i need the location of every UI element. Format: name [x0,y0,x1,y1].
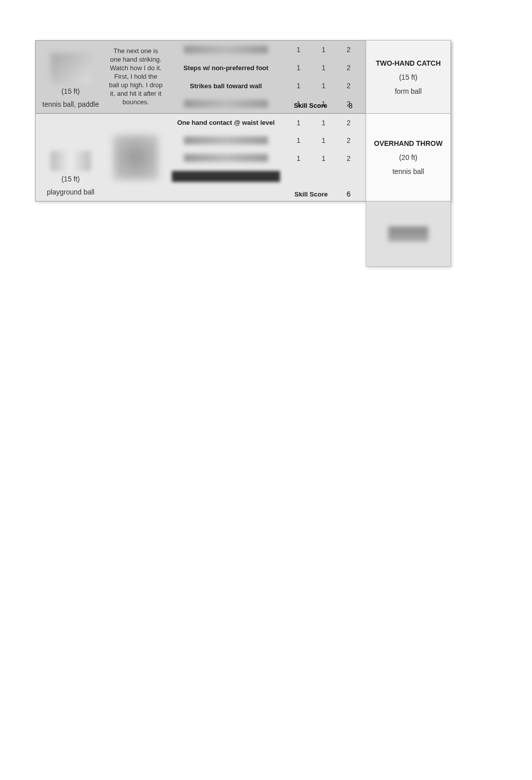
criteria-redacted [184,136,268,144]
criteria-row: One hand contact @ waist level [166,114,286,131]
totals-column-2: 2 2 2 6 [336,114,361,201]
description-redacted [113,135,158,180]
criteria-row [166,149,286,166]
description-1: The next one is one hand striking. Watch… [106,41,166,113]
description-text: The next one is one hand striking. Watch… [109,47,163,106]
row-total: 2 [347,119,351,127]
scores-column-2: 1 1 1 1 1 1 Skill Score [286,114,336,201]
distance-label: (20 ft) [399,153,418,161]
skill-title: TWO-HAND CATCH [376,59,441,67]
equipment-label: playground ball [47,188,95,196]
trial2-score: 1 [322,119,326,127]
criteria-text: Strikes ball toward wall [190,82,262,90]
criteria-row [166,167,286,186]
row-total: 2 [347,82,351,90]
total-row: 2 [336,77,361,95]
trial1-score: 1 [297,46,301,54]
next-skill-block-3 [366,202,451,267]
row-total: 2 [347,64,351,72]
distance-label: (15 ft) [62,87,80,95]
trial1-score: 1 [297,82,301,90]
next-skill-block-2: OVERHAND THROW (20 ft) tennis ball [366,114,451,202]
trial1-score: 1 [297,119,301,127]
row-total: 2 [347,46,351,54]
skill-score-label: Skill Score [286,102,336,109]
skill-title: OVERHAND THROW [374,139,443,147]
trial2-score: 1 [322,154,326,162]
trial1-score: 1 [297,154,301,162]
score-row: 1 1 [286,149,336,167]
score-row: 1 1 [286,59,336,77]
equipment-label: tennis ball, paddle [43,100,99,108]
criteria-row [166,95,286,113]
criteria-row [166,131,286,149]
trial2-score: 1 [322,136,326,144]
distance-label: (15 ft) [62,175,80,183]
equipment-label: tennis ball [392,167,424,175]
score-row: 1 1 [286,114,336,132]
total-row [336,167,361,187]
row-total: 2 [347,136,351,144]
score-row: 1 1 [286,41,336,59]
distance-label: (15 ft) [399,73,418,81]
criteria-redacted [184,154,268,162]
score-row: 1 1 [286,77,336,95]
total-row: 2 [336,41,361,59]
right-column: TWO-HAND CATCH (15 ft) form ball OVERHAN… [366,40,451,267]
criteria-row: Strikes ball toward wall [166,77,286,95]
criteria-text: Steps w/ non-preferred foot [183,64,269,72]
trial2-score: 1 [322,46,326,54]
row-total: 2 [347,154,351,162]
score-row: 1 1 [286,132,336,150]
total-row: 2 [336,132,361,150]
criteria-column-1: Steps w/ non-preferred foot Strikes ball… [166,41,286,113]
criteria-row [166,41,286,59]
criteria-redacted-dark [172,171,280,182]
criteria-row-empty [166,186,286,201]
skill-score-total: 8 [341,102,361,110]
criteria-redacted [184,46,268,54]
score-row [286,167,336,187]
trial1-score: 1 [297,64,301,72]
left-info-1: (15 ft) tennis ball, paddle [36,41,106,113]
redacted-placeholder [388,227,428,242]
total-row: 2 [336,149,361,167]
next-skill-block-1: TWO-HAND CATCH (15 ft) form ball [366,40,451,114]
trial2-score: 1 [322,82,326,90]
criteria-text: One hand contact @ waist level [177,119,275,126]
illustration-placeholder [51,53,91,83]
total-row: 2 [336,59,361,77]
left-info-2: (15 ft) playground ball [36,114,106,201]
equipment-label: form ball [395,87,422,95]
skill-score-label: Skill Score [286,187,336,201]
trial1-score: 1 [297,136,301,144]
illustration-placeholder [51,151,91,171]
criteria-row: Steps w/ non-preferred foot [166,59,286,77]
criteria-column-2: One hand contact @ waist level [166,114,286,201]
trial2-score: 1 [322,64,326,72]
total-row: 2 [336,114,361,132]
description-2 [106,114,166,201]
criteria-redacted [184,100,268,108]
skill-score-total: 6 [336,187,361,201]
